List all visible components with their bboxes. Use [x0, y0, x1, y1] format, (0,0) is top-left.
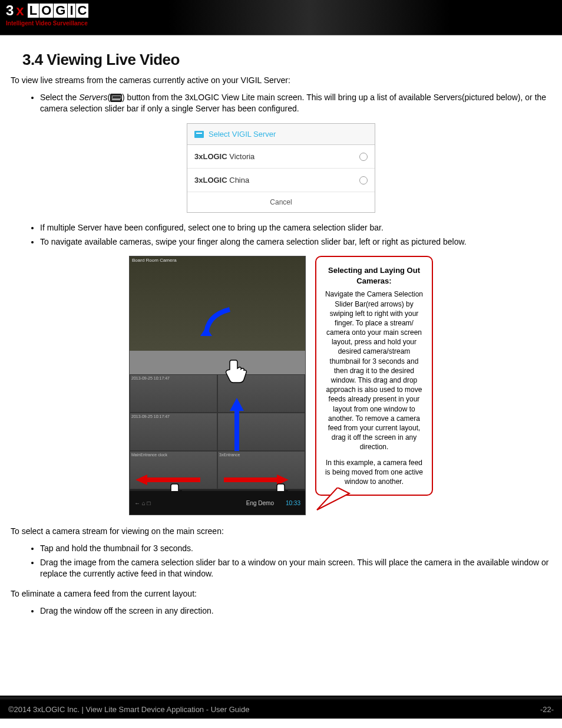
server-name: 3xLOGIC China — [194, 176, 249, 185]
camera-cell: 2013-09-25 10:17:47 — [130, 374, 217, 413]
text: Victoria — [227, 152, 255, 161]
bullet-item: To navigate available cameras, swipe you… — [40, 236, 551, 248]
logo-letter: G — [54, 4, 67, 18]
footer-page-number: -22- — [540, 705, 554, 714]
server-option[interactable]: 3xLOGIC Victoria — [187, 145, 375, 169]
text: 3xLOGIC — [194, 152, 227, 161]
page-footer: ©2014 3xLOGIC Inc. | View Lite Smart Dev… — [0, 700, 562, 719]
logo-x: x — [16, 2, 24, 19]
logo: 3 x L O G I C — [6, 2, 556, 19]
phone-nav-buttons: ← ⌂ □ — [134, 500, 151, 506]
bullet-list-1: Select the Servers() button from the 3xL… — [40, 92, 551, 115]
callout-title: Selecting and Laying Out Cameras: — [322, 265, 426, 286]
server-icon — [194, 131, 204, 138]
blue-up-arrow-icon — [230, 398, 244, 451]
phone-clock: 10:33 — [286, 500, 300, 506]
phone-nav-bar: ← ⌂ □ Eng Demo 10:33 — [130, 491, 305, 515]
svg-marker-4 — [135, 475, 147, 485]
footer-divider — [0, 696, 562, 700]
logo-3: 3 — [6, 2, 14, 19]
radio-icon — [359, 153, 368, 161]
radio-icon — [359, 176, 368, 185]
callout-wrap: Selecting and Laying Out Cameras: Naviga… — [315, 256, 433, 496]
logo-letter: I — [68, 4, 75, 18]
cell-ts: MainEntrance clock — [131, 453, 167, 457]
bullet-list-3: Tap and hold the thumbnail for 3 seconds… — [40, 543, 551, 580]
dialog-cancel-button[interactable]: Cancel — [187, 192, 375, 212]
camera-label: Board Room Camera — [132, 258, 177, 263]
footer-left: ©2014 3xLOGIC Inc. | View Lite Smart Dev… — [8, 705, 249, 714]
logo-letter: C — [76, 4, 89, 18]
paragraph: To eliminate a camera feed from the curr… — [11, 588, 551, 599]
svg-marker-2 — [230, 398, 244, 411]
phone-screenshot: Board Room Camera 2013-09-25 10:17:47 20… — [129, 256, 306, 515]
figure-row: Board Room Camera 2013-09-25 10:17:47 20… — [11, 256, 551, 515]
server-option[interactable]: 3xLOGIC China — [187, 169, 375, 192]
bullet-item: Select the Servers() button from the 3xL… — [40, 92, 551, 115]
blue-curve-arrow-icon — [200, 304, 236, 339]
server-name: 3xLOGIC Victoria — [194, 152, 254, 161]
bullet-item: Tap and hold the thumbnail for 3 seconds… — [40, 543, 551, 555]
logo-tagline: Intelligent Video Surveillance — [6, 20, 556, 27]
callout-body: Navigate the Camera Selection Slider Bar… — [322, 289, 426, 452]
bullet-item: If multiple Server have been configured,… — [40, 222, 551, 234]
cell-ts: 2013-09-25 10:17:47 — [131, 414, 170, 419]
cell-ts: 2013-09-25 10:17:47 — [131, 376, 170, 380]
callout-box: Selecting and Laying Out Cameras: Naviga… — [315, 256, 433, 496]
camera-cell: 2013-09-25 10:17:47 — [130, 413, 217, 451]
dialog-screenshot: Select VIGIL Server 3xLOGIC Victoria 3xL… — [11, 123, 551, 213]
page-header: 3 x L O G I C Intelligent Video Surveill… — [0, 0, 562, 35]
bullet-item: Drag the window off the screen in any di… — [40, 605, 551, 617]
callout-tail-icon — [314, 487, 361, 511]
phone-grid: 2013-09-25 10:17:47 2013-09-25 10:17:47 … — [130, 374, 305, 491]
svg-rect-5 — [224, 477, 278, 482]
intro-paragraph: To view live streams from the cameras cu… — [11, 75, 551, 86]
callout-body-2: In this example, a camera feed is being … — [322, 458, 426, 487]
section-title: 3.4 Viewing Live Video — [22, 51, 551, 69]
servers-icon — [110, 94, 122, 102]
text: China — [227, 176, 250, 185]
bullet-list-4: Drag the window off the screen in any di… — [40, 605, 551, 617]
bullet-list-2: If multiple Server have been configured,… — [40, 222, 551, 248]
hand-pointer-icon — [224, 357, 251, 384]
logo-logic: L O G I C — [28, 4, 89, 18]
svg-marker-7 — [317, 487, 349, 510]
svg-rect-1 — [234, 410, 239, 451]
text: Select the — [40, 93, 79, 102]
cell-ts: 3xEntrance — [219, 453, 240, 457]
logo-letter: O — [39, 4, 53, 18]
servers-term: Servers — [79, 93, 107, 102]
phone-site-name: Eng Demo — [246, 500, 274, 506]
page-body: 3.4 Viewing Live Video To view live stre… — [0, 35, 562, 696]
bullet-item: Drag the image from the camera selection… — [40, 557, 551, 580]
phone-slider-bar — [130, 351, 305, 374]
dialog-title-text: Select VIGIL Server — [209, 130, 276, 139]
text: 3xLOGIC — [194, 176, 227, 185]
svg-marker-0 — [200, 327, 212, 336]
paragraph: To select a camera stream for viewing on… — [11, 526, 551, 537]
logo-letter: L — [28, 4, 39, 18]
select-server-dialog: Select VIGIL Server 3xLOGIC Victoria 3xL… — [187, 123, 375, 213]
dialog-title-bar: Select VIGIL Server — [187, 124, 375, 145]
